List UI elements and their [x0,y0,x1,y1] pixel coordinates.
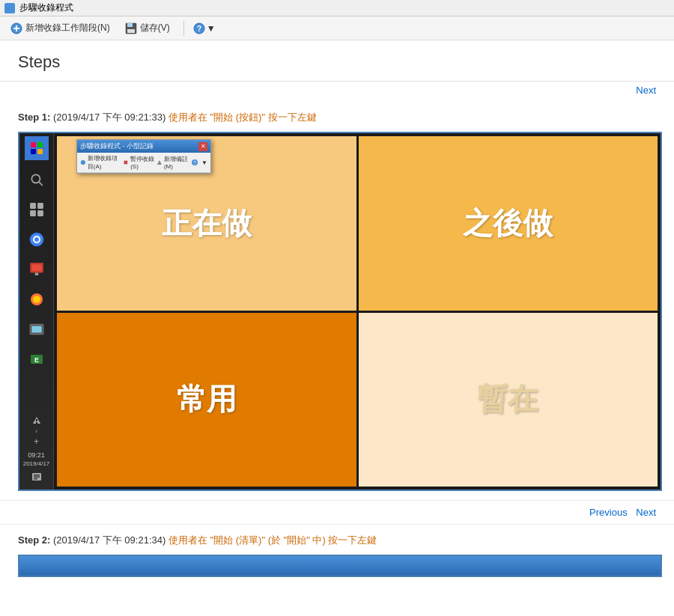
save-icon [125,22,137,34]
svg-rect-10 [31,149,36,154]
svg-rect-16 [30,210,36,216]
svg-rect-4 [127,23,133,27]
main-content: Steps Next Step 1: (2019/4/17 下午 09:21:3… [0,40,674,616]
taskbar-taskview[interactable] [22,196,52,223]
svg-line-13 [39,182,42,185]
taskbar-item2[interactable] [22,316,52,343]
svg-point-25 [33,296,40,303]
title-bar-text: 步驟收錄程式 [19,1,73,14]
help-icon: ? [193,22,205,34]
step2-preview [18,555,662,577]
svg-rect-9 [37,142,43,147]
quadrant-top-right-text: 之後做 [463,203,553,244]
app-icon [4,3,15,13]
step1-time: (2019/4/17 下午 09:21:33) [53,112,166,123]
taskbar-date: 2019/4/17 [23,460,50,467]
taskbar-bottom: › + 09:21 2019/4/17 [23,415,50,487]
quadrant-top-right: 之後做 [359,136,658,311]
step1-screenshot: E › + 09:21 [18,132,662,491]
svg-text:?: ? [193,160,196,165]
taskbar-plus: + [34,436,39,447]
taskbar-action-center[interactable] [31,472,42,484]
step2-action: 使用者在 "開始 (清單)" (於 "開始" 中) 按一下左鍵 [168,534,377,546]
help-dropdown-label: ▼ [207,23,216,34]
quadrant-bottom-left-text: 常用 [177,379,237,420]
svg-rect-17 [37,210,43,216]
bottom-next-link[interactable]: Next [636,507,656,518]
svg-rect-8 [31,142,36,147]
svg-text:?: ? [197,25,201,33]
svg-rect-38 [124,161,128,165]
svg-rect-5 [127,29,135,33]
quadrant-top-left-text: 正在做 [162,203,252,244]
quadrant-matrix: 正在做 之後做 常用 暫在 [54,133,661,490]
dialog-titlebar: 步驟收錄程式 - 小型記錄 ✕ [77,140,210,153]
dialog-menu-help: ? ▼ [191,154,207,171]
step2-header: Step 2: (2019/4/17 下午 09:21:34) 使用者在 "開始… [18,534,656,547]
top-nav-links: Next [0,82,674,102]
save-button[interactable]: 儲存(V) [121,20,174,36]
svg-rect-35 [34,477,40,478]
step2-section: Step 2: (2019/4/17 下午 09:21:34) 使用者在 "開始… [0,525,674,580]
svg-rect-34 [34,475,40,476]
toolbar: 新增收錄工作階段(N) 儲存(V) ? ▼ [0,16,674,40]
start-button[interactable] [25,136,49,160]
svg-rect-32 [36,422,37,424]
bottom-nav-section: Previous Next [0,501,674,525]
step2-time: (2019/4/17 下午 09:21:34) [53,534,166,546]
step1-header: Step 1: (2019/4/17 下午 09:21:33) 使用者在 "開始… [18,111,656,124]
step1-num: Step 1: [18,112,50,123]
svg-rect-31 [36,419,37,421]
taskbar-more: › [35,427,37,435]
taskbar-notifications: › + [31,415,42,447]
svg-rect-15 [37,203,43,209]
svg-rect-14 [30,203,36,209]
quadrant-bottom-right-text: 暫在 [478,379,538,420]
bottom-previous-link[interactable]: Previous [589,507,628,518]
step1-action: 使用者在 "開始 (按鈕)" 按一下左鍵 [168,112,317,123]
desktop-area: 步驟收錄程式 - 小型記錄 ✕ 新增收錄項目(A) 暫停收錄(S) [54,133,661,490]
svg-rect-27 [31,326,41,333]
svg-rect-22 [31,264,41,271]
svg-rect-36 [34,478,37,480]
taskbar-item1[interactable] [22,256,52,283]
dialog-menu3: 新增備註(M) [157,154,189,171]
taskbar-item3[interactable]: E [22,346,52,373]
dialog-popup: 步驟收錄程式 - 小型記錄 ✕ 新增收錄項目(A) 暫停收錄(S) [76,139,211,174]
svg-rect-11 [37,149,43,154]
page-title-section: Steps [0,40,674,82]
step1-section: Step 1: (2019/4/17 下午 09:21:33) 使用者在 "開始… [0,102,674,501]
bottom-nav-links: Previous Next [18,507,656,518]
quadrant-bottom-right: 暫在 [359,313,658,487]
toolbar-separator [183,21,184,36]
svg-marker-39 [157,160,162,165]
new-session-label: 新增收錄工作階段(N) [25,22,110,34]
dialog-menu2: 暫停收錄(S) [123,154,155,171]
svg-point-37 [81,160,85,165]
new-session-icon [10,22,22,34]
svg-point-12 [31,174,40,183]
desktop-screenshot: E › + 09:21 [19,133,661,490]
help-button[interactable]: ? ▼ [193,22,216,34]
dialog-menu1: 新增收錄項目(A) [80,154,121,171]
step2-num: Step 2: [18,534,50,546]
svg-text:E: E [34,356,38,364]
save-label: 儲存(V) [140,22,170,34]
svg-point-20 [34,237,39,242]
title-bar: 步驟收錄程式 [0,0,674,16]
svg-rect-23 [34,272,37,275]
page-title: Steps [18,52,656,72]
taskbar-left: E › + 09:21 [19,133,54,490]
top-next-link[interactable]: Next [636,85,656,96]
taskbar-firefox[interactable] [22,286,52,313]
dialog-close-button[interactable]: ✕ [198,142,207,151]
quadrant-bottom-left: 常用 [57,313,356,487]
taskbar-time: 09:21 [28,451,45,459]
dialog-title: 步驟收錄程式 - 小型記錄 [80,141,154,151]
new-session-button[interactable]: 新增收錄工作階段(N) [6,20,115,36]
dialog-toolbar: 新增收錄項目(A) 暫停收錄(S) 新增備註(M) ? [77,153,210,173]
taskbar-search[interactable] [22,166,52,193]
taskbar-chrome[interactable] [22,226,52,253]
